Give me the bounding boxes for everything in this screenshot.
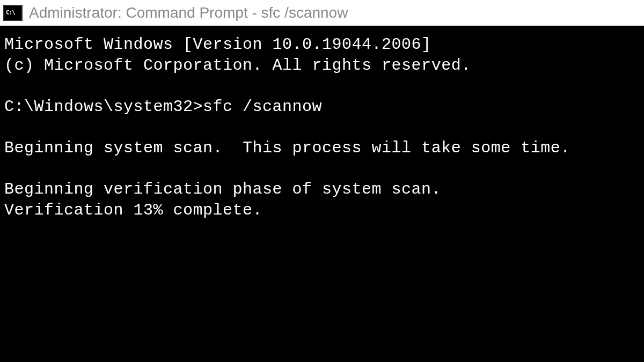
terminal-blank-line [4,159,640,179]
cmd-icon: C:\ [3,5,23,21]
cmd-icon-text: C:\ [6,9,15,16]
terminal-line: Beginning verification phase of system s… [4,179,640,200]
window-title-bar[interactable]: C:\ Administrator: Command Prompt - sfc … [0,0,644,26]
terminal-blank-line [4,117,640,138]
terminal-progress-line: Verification 13% complete. [4,200,640,221]
terminal-blank-line [4,76,640,97]
window-title: Administrator: Command Prompt - sfc /sca… [29,4,348,21]
terminal-line: (c) Microsoft Corporation. All rights re… [4,55,640,76]
terminal-line: Beginning system scan. This process will… [4,138,640,159]
terminal-line: Microsoft Windows [Version 10.0.19044.20… [4,34,640,55]
terminal-output[interactable]: Microsoft Windows [Version 10.0.19044.20… [0,26,644,362]
terminal-prompt-line: C:\Windows\system32>sfc /scannow [4,97,640,117]
